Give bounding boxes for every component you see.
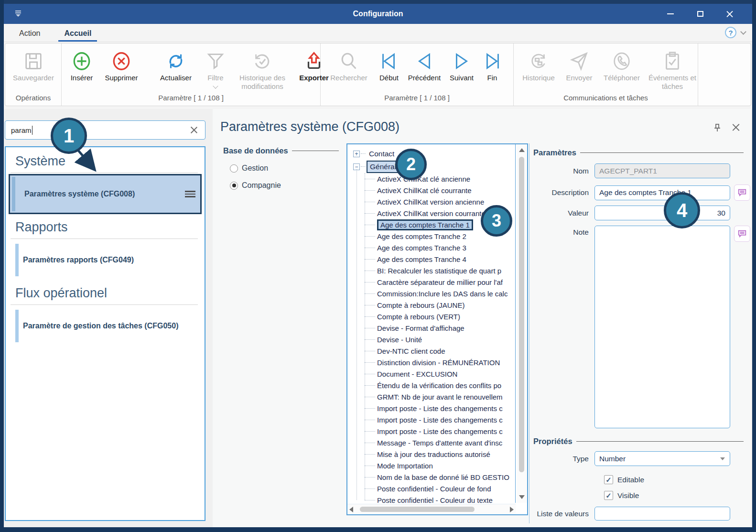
horizontal-scrollbar[interactable] [347,504,516,514]
tree-item-mise-a-jour-des-traductions-autorise[interactable]: Mise à jour des traductions autorisé [347,448,515,460]
tree-item-age-des-comptes-tranche-3[interactable]: Age des comptes Tranche 3 [347,242,515,253]
clear-search-icon[interactable] [189,125,199,135]
tree-node-general[interactable]: −Général [347,160,515,173]
ribbon-button-label: Supprimer [105,74,138,82]
maximize-button[interactable] [696,10,704,18]
checkbox-visible[interactable]: ✓Visible [604,491,639,500]
checkbox-editable[interactable]: ✓Editable [604,475,644,484]
tree-item-devise-unite[interactable]: Devise - Unité [347,334,515,345]
tree-item-commission-inclure-les-das-dans-le-calc[interactable]: Commission:Inclure les DAS dans le calc [347,288,515,299]
tree-connector [361,153,366,154]
note-comment-button[interactable] [734,226,750,242]
scroll-left-icon[interactable] [349,504,353,515]
fin-button[interactable]: Fin [478,46,506,82]
historique-des-modifications-button[interactable]: Historique des modifications [231,46,294,91]
tree-item-dev-ntic-client-code[interactable]: Dev-NTIC client code [347,345,515,357]
tree-node-label: Contact [367,149,397,159]
close-panel-icon[interactable] [732,123,740,131]
tree-item-activex-chillkat-cle-courrante[interactable]: ActiveX ChillKat clé courrante [347,185,515,196]
sidebar-item-parametre-de-gestion-des-taches-cfg050[interactable]: Paramètre de gestion des tâches (CFG050) [11,306,198,346]
precedent-button[interactable]: Précédent [404,46,445,82]
sidebar-item-parametres-rapports-cfg049[interactable]: Paramètres rapports (CFG049) [11,240,198,280]
actualiser-button[interactable]: Actualiser [151,46,200,82]
tree-item-devise-format-d-affichage[interactable]: Devise - Format d'affichage [347,322,515,334]
type-label: Type [533,455,594,463]
scroll-right-icon[interactable] [510,504,514,515]
tree-item-caractere-separateur-de-millier-pour-l-af[interactable]: Caractère séparateur de millier pour l'a… [347,276,515,288]
radio-label: Gestion [242,164,268,173]
sauvegarder-button[interactable]: Sauvegarder [8,46,59,82]
tree-item-poste-confidentiel-couleur-du-texte[interactable]: Poste confidentiel - Couleur du texte [347,494,515,503]
tree-node-contact[interactable]: +Contact [347,147,515,160]
tree-item-compte-a-rebours-jaune[interactable]: Compte à rebours (JAUNE) [347,299,515,311]
type-select[interactable]: Number [594,451,730,466]
events-icon [661,46,683,72]
supprimer-button[interactable]: Supprimer [99,46,144,82]
tree-item-mode-importation[interactable]: Mode Importation [347,460,515,471]
ribbon-tab-row: Action Accueil ? [4,24,752,42]
tree-item-compte-a-rebours-vert[interactable]: Compte à rebours (VERT) [347,311,515,322]
tree-expander-plus-icon[interactable]: + [353,151,360,157]
liste-de-valeurs-field[interactable] [594,507,730,521]
text-caret [32,126,33,135]
tree-item-import-poste-liste-des-changements-c[interactable]: Import poste - Liste des changements c [347,402,515,414]
ribbon-button-label: Rechercher [330,74,367,82]
tree-item-bi-recalculer-les-statistique-de-quart-p[interactable]: BI: Recalculer les statistique de quart … [347,265,515,276]
tree-item-label: Message - Temps d'attente avant d'insc [377,439,502,447]
ribbon-group-label: Communications et tâches [514,92,698,106]
tree-item-poste-confidentiel-couleur-de-fond[interactable]: Poste confidentiel - Couleur de fond [347,483,515,494]
tree-item-grmt-nb-de-jour-avant-le-renouvellem[interactable]: GRMT: Nb de jour avant le renouvellem [347,391,515,402]
note-field[interactable] [594,226,730,428]
sidebar-item-parametres-systeme-cfg008[interactable]: Paramètres système (CFG008) [9,174,202,214]
scroll-down-icon[interactable] [517,492,527,502]
description-field[interactable]: Age des comptes Tranche 1 [594,185,730,200]
close-button[interactable] [725,10,734,18]
drag-handle-icon[interactable] [185,191,195,197]
telephoner-button[interactable]: Téléphoner [598,46,646,82]
minimize-button[interactable] [666,10,675,18]
ribbon-group-parametre-1-108-2: RechercherDébutPrécédentSuivantFinParamè… [321,43,514,106]
sidebar-item-label: Paramètre de gestion des tâches (CFG050) [23,322,178,330]
rechercher-button[interactable]: Rechercher [324,46,374,82]
vertical-scrollbar[interactable] [517,144,527,503]
description-comment-button[interactable] [734,185,750,201]
tree-item-import-poste-liste-des-changements-c[interactable]: Import poste - Liste des changements c [347,425,515,437]
ribbon-collapse-chevron-icon[interactable] [740,29,746,35]
tree-item-import-poste-liste-des-changements-c[interactable]: Import poste - Liste des changements c [347,414,515,425]
help-icon[interactable]: ? [725,27,736,38]
tree-item-activex-chillkat-version-ancienne[interactable]: ActiveX ChillKat version ancienne [347,196,515,207]
evenements-et-taches-button[interactable]: Événements et tâches [646,46,699,91]
tab-action[interactable]: Action [13,26,46,42]
pin-button[interactable] [713,123,722,135]
category-panel: SystèmeParamètres système (CFG008)Rappor… [5,146,205,521]
item-accent-bar [15,244,19,276]
nom-label: Nom [533,167,594,175]
minimize-icon [667,13,674,14]
search-input[interactable]: param [5,120,205,140]
horizontal-scroll-thumb[interactable] [360,507,475,512]
envoyer-button[interactable]: Envoyer [561,46,598,82]
tree-item-message-temps-d-attente-avant-d-insc[interactable]: Message - Temps d'attente avant d'insc [347,437,515,448]
radio-option-gestion[interactable]: Gestion [230,164,339,173]
tree-item-age-des-comptes-tranche-4[interactable]: Age des comptes Tranche 4 [347,253,515,265]
comment-bubble-icon [737,187,747,198]
filtre-button[interactable]: Filtre [200,46,231,88]
suivant-button[interactable]: Suivant [445,46,478,82]
tab-accueil[interactable]: Accueil [58,26,97,42]
vertical-scroll-thumb[interactable] [519,157,524,472]
tree-item-document-exclusion[interactable]: Document - EXCLUSION [347,368,515,380]
tree-item-nom-de-la-base-de-donne-lie-bd-gestio[interactable]: Nom de la base de donné lié BD GESTIO [347,471,515,483]
tree-item-label: Document - EXCLUSION [377,370,457,378]
tree-item-distinction-division-remuneration[interactable]: Distinction division - RÉMUNÉRATION [347,357,515,368]
debut-button[interactable]: Début [374,46,404,82]
tree-connector [361,166,366,167]
tree-item-activex-chillkat-cle-ancienne[interactable]: ActiveX ChillKat clé ancienne [347,173,515,185]
radio-option-compagnie[interactable]: Compagnie [230,181,339,190]
inserer-button[interactable]: Insérer [65,46,99,82]
tree-item-etendu-de-la-verification-des-conflits-po[interactable]: Étendu de la vérification des conflits p… [347,380,515,391]
scroll-up-icon[interactable] [517,145,527,155]
valeur-field[interactable]: 30 [594,206,730,220]
ribbon-group-label: Opérations [5,92,61,106]
historique-button[interactable]: Historique [517,46,561,82]
refresh-icon [165,46,187,72]
